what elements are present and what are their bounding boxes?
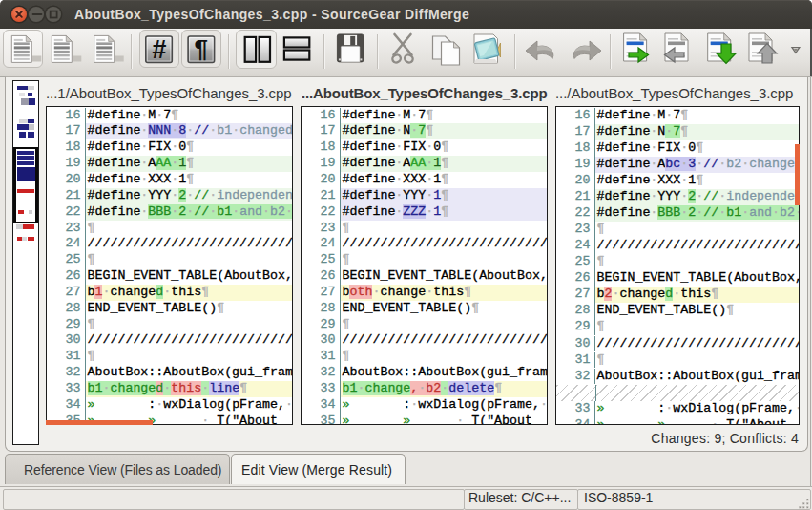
svg-text:¶: ¶: [195, 34, 208, 63]
svg-text:#: #: [152, 35, 166, 64]
